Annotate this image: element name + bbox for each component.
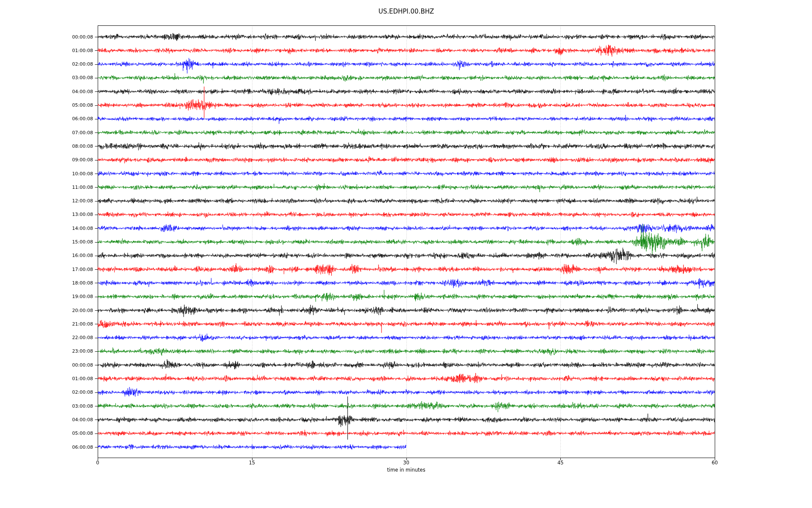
x-tick-label: 45 [548, 460, 573, 466]
y-tick-label: 04:00:08 [0, 417, 93, 422]
y-tick-label: 18:00:08 [0, 280, 93, 286]
y-tick-label: 20:00:08 [0, 308, 93, 313]
y-tick-label: 00:00:08 [0, 34, 93, 40]
y-tick-label: 05:00:08 [0, 102, 93, 108]
x-tick-label: 15 [239, 460, 265, 466]
y-tick-label: 19:00:08 [0, 294, 93, 299]
y-tick-label: 23:00:08 [0, 348, 93, 354]
y-tick-label: 06:00:08 [0, 116, 93, 121]
y-tick-label: 13:00:08 [0, 212, 93, 217]
seismogram-plot-canvas [0, 0, 812, 508]
y-tick-label: 01:00:08 [0, 48, 93, 53]
y-tick-label: 01:00:08 [0, 376, 93, 381]
y-tick-label: 03:00:08 [0, 75, 93, 80]
y-tick-label: 21:00:08 [0, 321, 93, 327]
y-tick-label: 05:00:08 [0, 431, 93, 436]
y-tick-label: 03:00:08 [0, 403, 93, 409]
y-tick-label: 02:00:08 [0, 61, 93, 67]
y-tick-label: 10:00:08 [0, 171, 93, 177]
y-tick-label: 08:00:08 [0, 144, 93, 149]
y-tick-label: 11:00:08 [0, 185, 93, 190]
seismogram-figure: US.EDHPI.00.BHZ 00:00:0801:00:0802:00:08… [0, 0, 812, 508]
y-tick-label: 02:00:08 [0, 389, 93, 395]
chart-title: US.EDHPI.00.BHZ [98, 8, 715, 15]
y-tick-label: 07:00:08 [0, 130, 93, 135]
x-tick-label: 30 [394, 460, 419, 466]
y-tick-label: 16:00:08 [0, 253, 93, 258]
y-tick-label: 14:00:08 [0, 226, 93, 231]
x-axis-title: time in minutes [98, 467, 715, 473]
y-tick-label: 06:00:08 [0, 444, 93, 450]
y-tick-label: 15:00:08 [0, 239, 93, 245]
x-tick-label: 0 [85, 460, 110, 466]
y-tick-label: 17:00:08 [0, 267, 93, 272]
x-tick-label: 60 [702, 460, 727, 466]
y-tick-label: 12:00:08 [0, 198, 93, 204]
y-tick-label: 00:00:08 [0, 362, 93, 368]
y-tick-label: 04:00:08 [0, 89, 93, 94]
y-tick-label: 22:00:08 [0, 335, 93, 340]
y-tick-label: 09:00:08 [0, 157, 93, 163]
